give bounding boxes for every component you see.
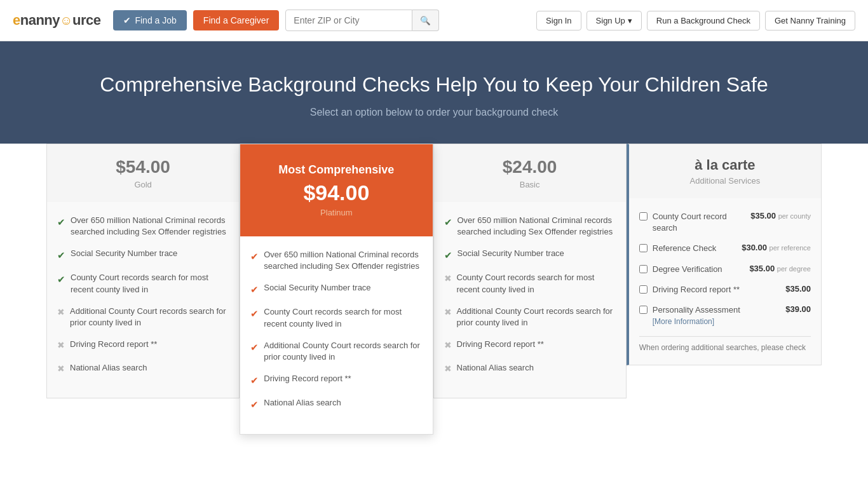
gold-feature-2: ✔ Social Security Number trace: [57, 248, 229, 262]
find-job-label: Find a Job: [135, 15, 176, 25]
carte-item-driving: Driving Record report ** $35.00: [639, 284, 811, 295]
checkmark-icon: ✔: [123, 15, 131, 25]
x-icon: ✖: [444, 363, 452, 376]
gold-plan-price: $54.00: [57, 157, 229, 177]
basic-feature-4: ✖ Additional County Court records search…: [444, 306, 616, 329]
platinum-feature-4: ✔ Additional County Court records search…: [250, 340, 422, 363]
navbar-right: Sign In Sign Up ▾ Run a Background Check…: [536, 11, 855, 30]
gold-feature-1: ✔ Over 650 million National Criminal rec…: [57, 215, 229, 238]
carte-plan-body: County Court record search $35.00 per co…: [629, 198, 821, 365]
gold-plan-label: Gold: [57, 180, 229, 189]
more-info-link[interactable]: [More Information]: [653, 317, 714, 326]
search-wrapper: 🔍: [285, 10, 439, 31]
plans-container: $54.00 Gold ✔ Over 650 million National …: [21, 144, 847, 435]
carte-checkbox-county[interactable]: [639, 212, 648, 220]
basic-plan-card: $24.00 Basic ✔ Over 650 million National…: [433, 144, 627, 398]
carte-note: When ordering additional searches, pleas…: [639, 336, 811, 352]
basic-feature-1: ✔ Over 650 million National Criminal rec…: [444, 215, 616, 238]
basic-plan-header: $24.00 Basic: [434, 144, 626, 202]
find-caregiver-button[interactable]: Find a Caregiver: [193, 10, 280, 30]
basic-feature-6: ✖ National Alias search: [444, 362, 616, 376]
nanny-training-button[interactable]: Get Nanny Training: [765, 11, 855, 30]
gold-plan-card: $54.00 Gold ✔ Over 650 million National …: [46, 144, 240, 398]
plans-section: $54.00 Gold ✔ Over 650 million National …: [0, 144, 868, 460]
gold-plan-header: $54.00 Gold: [47, 144, 239, 202]
search-input[interactable]: [285, 10, 412, 31]
carte-plan-card: à la carte Additional Services County Co…: [627, 144, 822, 365]
carte-checkbox-reference[interactable]: [639, 244, 648, 252]
gold-feature-5: ✖ Driving Record report **: [57, 339, 229, 352]
basic-feature-5: ✖ Driving Record report **: [444, 339, 616, 352]
x-icon: ✖: [444, 339, 452, 352]
gold-feature-3: ✔ County Court records search for most r…: [57, 272, 229, 295]
x-icon: ✖: [57, 339, 65, 352]
platinum-feature-3: ✔ County Court records search for most r…: [250, 306, 422, 329]
search-icon: 🔍: [420, 16, 431, 25]
carte-plan-header: à la carte Additional Services: [629, 144, 821, 198]
search-button[interactable]: 🔍: [412, 10, 439, 31]
check-icon: ✔: [57, 273, 65, 286]
platinum-plan-price: $94.00: [250, 180, 422, 205]
basic-feature-2: ✔ Social Security Number trace: [444, 248, 616, 262]
basic-plan-body: ✔ Over 650 million National Criminal rec…: [434, 202, 626, 398]
gold-plan-body: ✔ Over 650 million National Criminal rec…: [47, 202, 239, 398]
check-icon: ✔: [57, 248, 65, 262]
platinum-plan-card: Most Comprehensive $94.00 Platinum ✔ Ove…: [240, 144, 433, 435]
carte-checkbox-degree[interactable]: [639, 265, 648, 273]
platinum-plan-label: Platinum: [250, 208, 422, 217]
platinum-feature-2: ✔ Social Security Number trace: [250, 282, 422, 296]
gold-feature-6: ✖ National Alias search: [57, 362, 229, 376]
carte-plan-title: à la carte: [639, 157, 811, 173]
check-icon: ✔: [250, 341, 259, 354]
background-check-button[interactable]: Run a Background Check: [647, 11, 760, 30]
platinum-feature-6: ✔ National Alias search: [250, 397, 422, 411]
hero-title: Comprehensive Background Checks Help You…: [13, 73, 855, 97]
check-icon: ✔: [250, 374, 259, 387]
navbar: enanny☺urce ✔ Find a Job Find a Caregive…: [0, 0, 868, 41]
find-job-button[interactable]: ✔ Find a Job: [113, 10, 186, 30]
check-icon: ✔: [250, 398, 259, 411]
check-icon: ✔: [444, 215, 452, 229]
basic-plan-label: Basic: [444, 180, 616, 189]
check-icon: ✔: [250, 307, 259, 320]
sign-in-button[interactable]: Sign In: [536, 11, 581, 30]
carte-item-county: County Court record search $35.00 per co…: [639, 211, 811, 234]
platinum-feature-1: ✔ Over 650 million National Criminal rec…: [250, 249, 422, 272]
carte-item-reference: Reference Check $30.00 per reference: [639, 243, 811, 254]
gold-feature-4: ✖ Additional County Court records search…: [57, 306, 229, 329]
platinum-plan-name: Most Comprehensive: [250, 163, 422, 177]
check-icon: ✔: [57, 215, 65, 229]
dropdown-arrow-icon: ▾: [628, 16, 632, 25]
check-icon: ✔: [250, 250, 259, 263]
check-icon: ✔: [250, 283, 259, 296]
carte-checkbox-driving[interactable]: [639, 285, 648, 294]
platinum-plan-body: ✔ Over 650 million National Criminal rec…: [240, 236, 432, 434]
x-icon: ✖: [57, 306, 65, 319]
basic-feature-3: ✖ County Court records search for most r…: [444, 272, 616, 295]
x-icon: ✖: [57, 363, 65, 376]
platinum-plan-header: Most Comprehensive $94.00 Platinum: [240, 144, 432, 236]
sign-up-button[interactable]: Sign Up ▾: [587, 11, 642, 30]
x-icon: ✖: [444, 273, 452, 285]
x-icon: ✖: [444, 306, 452, 319]
find-caregiver-label: Find a Caregiver: [203, 15, 269, 25]
platinum-feature-5: ✔ Driving Record report **: [250, 373, 422, 387]
carte-item-degree: Degree Verification $35.00 per degree: [639, 264, 811, 275]
check-icon: ✔: [444, 248, 452, 262]
hero-subtitle: Select an option below to order your bac…: [13, 107, 855, 118]
carte-checkbox-personality[interactable]: [639, 306, 648, 314]
logo: enanny☺urce: [13, 12, 100, 29]
carte-item-personality: Personality Assessment [More Information…: [639, 304, 811, 327]
carte-plan-subtitle: Additional Services: [639, 176, 811, 186]
basic-plan-price: $24.00: [444, 157, 616, 177]
